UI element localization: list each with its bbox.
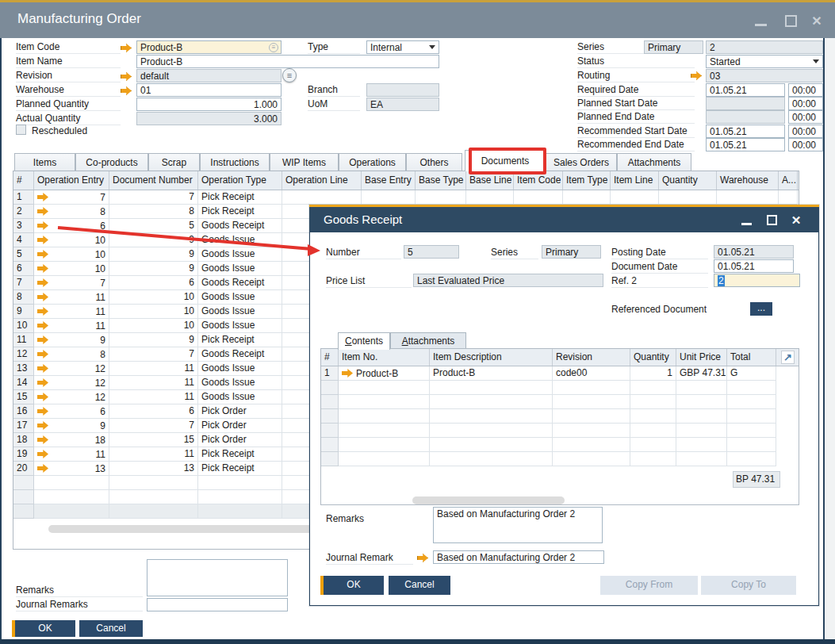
cell[interactable]: 10: [34, 247, 109, 262]
cell[interactable]: [109, 476, 198, 490]
tab-attachments[interactable]: Attachments: [390, 332, 466, 349]
cell[interactable]: Goods Issue: [198, 319, 282, 333]
row-link-arrow-icon[interactable]: [37, 207, 48, 216]
row-link-arrow-icon[interactable]: [37, 321, 48, 330]
recommended-end-time-field[interactable]: 00:00: [788, 138, 823, 151]
cell[interactable]: Goods Issue: [198, 233, 282, 247]
cell[interactable]: Goods Issue: [198, 376, 282, 390]
cell[interactable]: 10: [34, 233, 109, 247]
cell[interactable]: 11: [109, 362, 198, 376]
cell[interactable]: 8: [34, 347, 109, 362]
cell[interactable]: 11: [34, 305, 109, 319]
cell[interactable]: 7: [34, 190, 109, 205]
cell[interactable]: [198, 476, 282, 490]
tab-instructions[interactable]: Instructions: [200, 153, 270, 171]
ref2-field[interactable]: 2: [714, 274, 800, 287]
journal-remark-field[interactable]: Based on Manufacturing Order 2: [433, 550, 604, 564]
maximize-icon[interactable]: [783, 13, 799, 29]
tab-wip-items[interactable]: WIP Items: [270, 153, 339, 171]
cell[interactable]: 11: [109, 376, 198, 390]
cell[interactable]: [109, 490, 198, 504]
cell[interactable]: Goods Issue: [198, 362, 282, 376]
cell[interactable]: 13: [109, 462, 198, 476]
cell[interactable]: 4: [13, 233, 34, 247]
cell[interactable]: Pick Receipt: [198, 190, 282, 205]
cell[interactable]: 1: [13, 190, 34, 205]
recommended-start-date-field[interactable]: 01.05.21: [706, 125, 785, 138]
planned-end-time-field[interactable]: 00:00: [788, 110, 823, 124]
close-icon[interactable]: ✕: [809, 13, 825, 29]
cell[interactable]: 5: [13, 247, 34, 262]
grid-row[interactable]: [321, 395, 799, 409]
ok-button[interactable]: OK: [12, 620, 75, 637]
cell[interactable]: 2: [13, 205, 34, 219]
cell[interactable]: 15: [109, 433, 198, 447]
recommended-end-date-field[interactable]: 01.05.21: [706, 138, 785, 151]
cell[interactable]: 7: [109, 190, 198, 205]
cell[interactable]: Goods Issue: [198, 305, 282, 319]
choose-from-list-icon[interactable]: ≡: [269, 43, 278, 52]
cell[interactable]: Goods Issue: [198, 290, 282, 305]
cell[interactable]: Pick Receipt: [198, 205, 282, 219]
cell[interactable]: 3: [13, 219, 34, 233]
document-date-field[interactable]: 01.05.21: [714, 259, 794, 273]
cell[interactable]: 11: [34, 319, 109, 333]
tab-attachments[interactable]: Attachments: [617, 153, 691, 171]
warehouse-link-arrow-icon[interactable]: [121, 86, 132, 95]
item-code-link-arrow-icon[interactable]: [121, 44, 132, 52]
row-link-arrow-icon[interactable]: [37, 293, 48, 301]
row-link-arrow-icon[interactable]: [37, 435, 48, 444]
row-link-arrow-icon[interactable]: [37, 364, 48, 373]
cell[interactable]: 9: [109, 333, 198, 347]
cell[interactable]: 10: [109, 290, 198, 305]
cell[interactable]: 1: [321, 366, 339, 381]
dialog-maximize-icon[interactable]: [765, 213, 779, 228]
cell[interactable]: 6: [34, 404, 109, 419]
cell[interactable]: 16: [13, 404, 34, 419]
tab-contents[interactable]: Contents: [338, 332, 390, 350]
cell[interactable]: Pick Receipt: [198, 462, 282, 476]
cell[interactable]: 11: [13, 333, 34, 347]
dialog-minimize-icon[interactable]: [740, 213, 754, 228]
cell[interactable]: 9: [13, 305, 34, 319]
row-link-arrow-icon[interactable]: [342, 369, 353, 378]
row-link-arrow-icon[interactable]: [37, 236, 48, 244]
dialog-remarks-textarea[interactable]: Based on Manufacturing Order 2: [433, 507, 603, 543]
cell[interactable]: 12: [34, 376, 109, 390]
cell[interactable]: 15: [13, 390, 34, 404]
row-link-arrow-icon[interactable]: [37, 464, 48, 473]
copy-from-button[interactable]: Copy From: [600, 576, 698, 595]
cell[interactable]: 9: [34, 419, 109, 433]
cell[interactable]: 13: [13, 362, 34, 376]
grid-row[interactable]: [321, 409, 799, 424]
cell[interactable]: 7: [34, 276, 109, 290]
cancel-button[interactable]: Cancel: [79, 620, 143, 637]
cell[interactable]: Goods Issue: [198, 247, 282, 262]
cell[interactable]: [13, 504, 34, 519]
cell[interactable]: 11: [109, 447, 198, 462]
item-name-field[interactable]: Product-B: [136, 55, 439, 68]
cell[interactable]: 14: [13, 376, 34, 390]
grid-row[interactable]: [321, 424, 799, 438]
cell[interactable]: 9: [34, 333, 109, 347]
planned-start-time-field[interactable]: 00:00: [788, 97, 823, 110]
cell[interactable]: Pick Receipt: [198, 447, 282, 462]
cell[interactable]: 10: [13, 319, 34, 333]
grid-row[interactable]: [321, 452, 799, 466]
cell[interactable]: 20: [13, 462, 34, 476]
row-link-arrow-icon[interactable]: [37, 193, 48, 201]
cell[interactable]: 13: [34, 462, 109, 476]
cell[interactable]: 12: [34, 362, 109, 376]
cell[interactable]: 10: [34, 262, 109, 276]
cell[interactable]: 6: [34, 219, 109, 233]
journal-remark-link-arrow-icon[interactable]: [417, 554, 428, 562]
referenced-document-button[interactable]: ...: [750, 302, 772, 316]
tab-scrap[interactable]: Scrap: [148, 153, 200, 171]
tab-others[interactable]: Others: [406, 153, 462, 171]
grid-row[interactable]: [321, 438, 799, 452]
cell[interactable]: 18: [34, 433, 109, 447]
cell[interactable]: 7: [109, 347, 198, 362]
cell[interactable]: [198, 504, 282, 519]
cell[interactable]: code00: [553, 366, 630, 381]
table-row[interactable]: 177Pick Receipt: [13, 190, 799, 205]
